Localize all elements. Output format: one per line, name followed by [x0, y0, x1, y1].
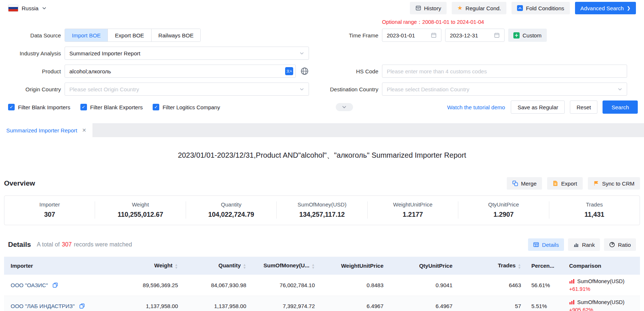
importer-cell: ООО "ОАЗИС" [4, 275, 116, 296]
export-label: Export [561, 180, 577, 187]
filter-blank-importers-label: Filter Blank Importers [18, 104, 70, 110]
stat-label: Importer [4, 201, 95, 208]
col-importer: Importer [4, 257, 116, 275]
tab-close-icon[interactable]: ✕ [82, 127, 86, 133]
view-switcher: Details Rank Ratio [528, 238, 636, 251]
tab-import-boe[interactable]: Import BOE [65, 29, 108, 41]
overview-actions: Merge Export Sync to CRM [507, 177, 640, 190]
date-from-input[interactable]: 2023-01-01 [382, 29, 441, 42]
date-to-value: 2023-12-31 [450, 32, 478, 39]
date-to-input[interactable]: 2023-12-31 [445, 29, 505, 42]
matched-count: 307 [62, 241, 72, 248]
report-title: 2023/01/01-2023/12/31,Product AND"alcoho… [0, 150, 644, 160]
tutorial-link[interactable]: Watch the tutorial demo [447, 104, 505, 110]
topbar-actions: History ★ Regular Cond. Fold Conditions … [410, 2, 636, 14]
fold-conditions-button[interactable]: Fold Conditions [512, 2, 570, 14]
col-trades[interactable]: Trades▲▼ [459, 257, 528, 275]
sort-icon[interactable]: ▲▼ [175, 263, 178, 269]
search-form: Optional range：2008-01-01 to 2024-01-04 … [0, 16, 644, 114]
sort-icon[interactable]: ▲▼ [243, 263, 246, 269]
save-as-regular-button[interactable]: Save as Regular [511, 100, 565, 114]
fold-conditions-icon [517, 5, 523, 11]
export-button[interactable]: Export [547, 177, 582, 190]
comparison-value: +61.91% [569, 286, 640, 292]
merge-button[interactable]: Merge [507, 177, 542, 190]
star-icon: ★ [457, 5, 462, 11]
sort-icon[interactable]: ▲▼ [518, 263, 521, 269]
col-quantity-label: Quantity [218, 262, 241, 268]
comparison-label: SumOfMoney(USD) [577, 278, 625, 284]
product-input[interactable] [65, 65, 296, 78]
reset-button[interactable]: Reset [570, 100, 597, 114]
history-button[interactable]: History [410, 2, 447, 14]
filter-logitics-company-checkbox[interactable]: ✓ Filter Logitics Company [153, 104, 220, 110]
view-ratio-button[interactable]: Ratio [604, 238, 636, 251]
stat-label: Trades [549, 201, 640, 208]
matched-suffix: records were matched [74, 241, 132, 248]
time-frame-label: Time Frame [309, 32, 378, 39]
form-row-countries: Origin Country Please select Origin Coun… [0, 83, 644, 96]
col-sum-label: SumOfMoney(U... [263, 262, 309, 268]
sync-to-crm-button[interactable]: Sync to CRM [588, 177, 640, 190]
tab-export-boe[interactable]: Export BOE [108, 29, 151, 41]
custom-range-button[interactable]: Custom [508, 29, 547, 42]
tab-summarized-importer-report[interactable]: Summarized Importer Report ✕ [0, 123, 92, 137]
hs-code-input[interactable] [382, 65, 627, 78]
destination-country-select[interactable]: Please select Destination Country [382, 83, 627, 96]
stat-weight: Weight 110,255,012.67 [95, 201, 186, 219]
filter-blank-exporters-checkbox[interactable]: ✓ Filter Blank Exporters [80, 104, 143, 110]
matched-records-text: A total of307records were matched [37, 241, 132, 248]
form-row-filters: ✓ Filter Blank Importers ✓ Filter Blank … [0, 100, 644, 114]
matched-prefix: A total of [37, 241, 59, 248]
col-weight-label: Weight [154, 262, 172, 268]
quantity-cell: 84,067,930.98 [185, 275, 253, 296]
regular-cond-button[interactable]: ★ Regular Cond. [452, 2, 506, 14]
custom-label: Custom [523, 32, 542, 39]
view-details-button[interactable]: Details [528, 238, 564, 251]
result-tabbar: Summarized Importer Report ✕ [0, 123, 644, 137]
export-icon [553, 180, 558, 186]
col-quantity[interactable]: Quantity▲▼ [185, 257, 253, 275]
search-button[interactable]: Search [603, 100, 638, 114]
importer-name-link[interactable]: ООО "ЛАБ ИНДАСТРИЗ" [11, 303, 74, 309]
col-comparison: Comparison [564, 257, 640, 275]
chevron-down-icon [299, 87, 304, 92]
translate-icon[interactable]: 文A [285, 67, 293, 75]
col-sum-of-money[interactable]: SumOfMoney(U...▲▼ [253, 257, 321, 275]
details-table-icon [533, 242, 539, 248]
destination-country-label: Destination Country [309, 86, 378, 92]
regular-cond-label: Regular Cond. [466, 5, 501, 11]
history-icon [415, 5, 421, 11]
origin-country-select[interactable]: Please select Origin Country [65, 83, 309, 96]
industry-analysis-select[interactable]: Summarized Importer Report [65, 47, 309, 60]
stat-value: 1.2907 [458, 211, 549, 219]
tab-railways-boe[interactable]: Railways BOE [151, 29, 201, 41]
copy-icon[interactable] [52, 282, 58, 288]
form-row-industry: Industry Analysis Summarized Importer Re… [0, 47, 644, 60]
copy-icon[interactable] [79, 303, 85, 309]
importer-name-link[interactable]: ООО "ОАЗИС" [11, 282, 48, 288]
col-weight[interactable]: Weight▲▼ [116, 257, 185, 275]
sort-icon[interactable]: ▲▼ [312, 263, 315, 269]
stat-label: WeightUnitPrice [368, 201, 458, 208]
stat-sum-of-money: SumOfMoney(USD) 134,257,117.12 [277, 201, 367, 219]
table-row: ООО "ЛАБ ИНДАСТРИЗ" 1,137,958.00 1,137,9… [4, 296, 640, 311]
view-ratio-label: Ratio [618, 242, 631, 248]
country-selector[interactable]: Russia [8, 5, 47, 12]
stat-importer: Importer 307 [4, 201, 95, 219]
percent-cell: 56.61% [528, 275, 564, 296]
view-rank-button[interactable]: Rank [568, 238, 600, 251]
col-qty-unit-price: QtyUnitPrice [390, 257, 459, 275]
stat-qty-unit-price: QtyUnitPrice 1.2907 [458, 201, 549, 219]
merge-label: Merge [521, 180, 537, 187]
filter-blank-importers-checkbox[interactable]: ✓ Filter Blank Importers [8, 104, 70, 110]
overview-stats-panel: Importer 307 Weight 110,255,012.67 Quant… [4, 195, 640, 225]
rank-icon [573, 242, 579, 248]
weight-unit-price-cell: 0.8483 [321, 275, 390, 296]
collapse-toggle[interactable] [336, 103, 353, 111]
stat-value: 11,431 [549, 211, 640, 219]
advanced-search-button[interactable]: Advanced Search ❯ [575, 2, 636, 14]
language-globe-icon[interactable] [300, 67, 309, 76]
col-trades-label: Trades [498, 262, 516, 268]
origin-country-label: Origin Country [0, 86, 61, 92]
